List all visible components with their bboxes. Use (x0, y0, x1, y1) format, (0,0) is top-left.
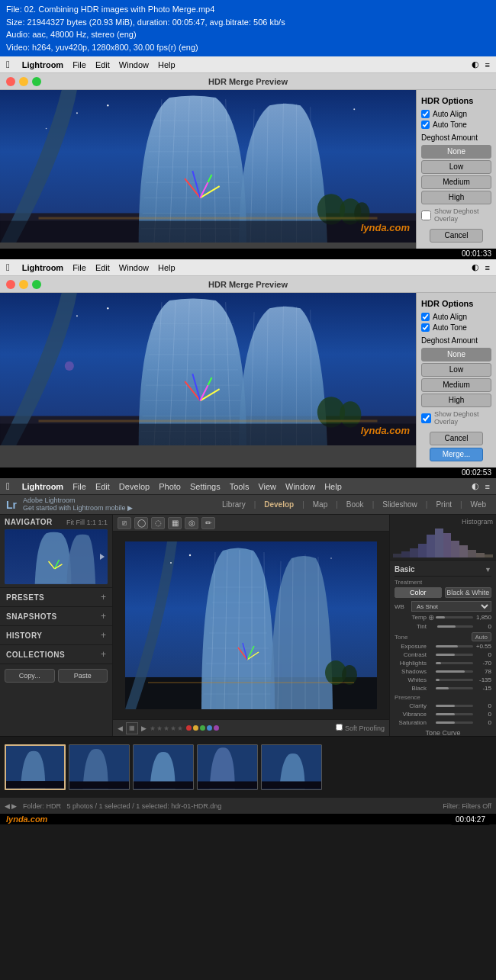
filmstrip-thumb-2[interactable] (69, 744, 130, 790)
filmstrip-thumb-1[interactable] (5, 744, 66, 790)
blacks-track[interactable] (436, 687, 473, 689)
edit-menu-3[interactable]: Edit (95, 482, 110, 491)
low-btn-1[interactable]: Low (421, 160, 491, 174)
tab-map[interactable]: Map (309, 499, 331, 510)
heal-tool-btn[interactable]: ◯ (134, 517, 148, 529)
view-menu-3[interactable]: View (258, 482, 276, 491)
apple-menu-1[interactable]:  (6, 59, 10, 70)
filmstrip-thumb-5[interactable] (261, 744, 322, 790)
soft-proofing-checkbox[interactable] (336, 724, 343, 731)
tab-print[interactable]: Print (432, 499, 456, 510)
status-next-btn[interactable]: ▶ (11, 802, 17, 810)
exposure-track[interactable] (436, 645, 473, 647)
copy-button[interactable]: Copy... (5, 669, 55, 683)
temp-slider-track[interactable] (436, 616, 473, 619)
snapshots-section[interactable]: Snapshots + (0, 607, 112, 626)
filmstrip-thumb-4[interactable] (197, 744, 258, 790)
window-menu-3[interactable]: Window (285, 482, 315, 491)
file-menu-2[interactable]: File (72, 263, 86, 272)
treatment-color-btn[interactable]: Color (395, 587, 442, 598)
search-icon-2[interactable]: ◐ (472, 262, 479, 272)
star-1[interactable]: ★ (150, 725, 156, 732)
maximize-btn-1[interactable] (32, 77, 41, 86)
photo-menu-3[interactable]: Photo (159, 482, 181, 491)
yellow-flag-dot[interactable] (193, 725, 198, 731)
lightroom-menu-2[interactable]: Lightroom (22, 263, 63, 272)
settings-menu-3[interactable]: Settings (190, 482, 221, 491)
minimize-btn-1[interactable] (19, 77, 28, 86)
auto-tone-btn[interactable]: Auto (472, 632, 491, 641)
auto-align-checkbox-2[interactable] (421, 313, 430, 321)
wb-select[interactable]: As Shot (411, 601, 491, 612)
search-icon-3[interactable]: ◐ (472, 481, 479, 491)
filmstrip-icon-btn[interactable]: ▦ (126, 722, 138, 734)
presets-section[interactable]: Presets + (0, 588, 112, 607)
edit-menu-1[interactable]: Edit (95, 60, 110, 69)
brush-tool-btn[interactable]: ✏ (201, 517, 215, 529)
soft-proofing-checkbox-area[interactable]: Soft Proofing (336, 724, 385, 732)
collections-section[interactable]: Collections + (0, 645, 112, 664)
cancel-btn-2[interactable]: Cancel (430, 432, 483, 445)
auto-tone-checkbox-1[interactable] (421, 120, 430, 129)
green-flag-dot[interactable] (200, 725, 205, 731)
high-btn-1[interactable]: High (421, 191, 491, 204)
star-5[interactable]: ★ (177, 725, 183, 732)
help-menu-2[interactable]: Help (158, 263, 176, 272)
close-btn-1[interactable] (6, 77, 15, 86)
tab-slideshow[interactable]: Slideshow (378, 499, 421, 510)
window-menu-1[interactable]: Window (119, 60, 149, 69)
show-overlay-checkbox-2[interactable] (421, 413, 431, 423)
star-3[interactable]: ★ (163, 725, 169, 732)
file-menu-3[interactable]: File (72, 482, 86, 491)
search-icon-1[interactable]: ◐ (472, 59, 479, 69)
star-2[interactable]: ★ (156, 725, 163, 732)
radial-tool-btn[interactable]: ◎ (185, 517, 198, 529)
window-menu-2[interactable]: Window (119, 263, 149, 272)
navigator-zoom[interactable]: Fit Fill 1:1 1:1 (66, 519, 108, 526)
purple-flag-dot[interactable] (214, 725, 219, 731)
merge-btn-2[interactable]: Merge... (430, 448, 483, 461)
gradient-tool-btn[interactable]: ▦ (168, 517, 182, 529)
lightroom-menu-3[interactable]: Lightroom (22, 482, 63, 491)
medium-btn-2[interactable]: Medium (421, 378, 491, 392)
treatment-bw-btn[interactable]: Black & White (445, 587, 492, 598)
file-menu-1[interactable]: File (72, 60, 86, 69)
lightroom-menu-1[interactable]: Lightroom (22, 60, 63, 69)
eyedropper-icon[interactable]: ⊕ (428, 613, 434, 622)
medium-btn-1[interactable]: Medium (421, 175, 491, 189)
star-4[interactable]: ★ (170, 725, 176, 732)
filmstrip-right-btn[interactable]: ▶ (141, 725, 147, 732)
get-started-label[interactable]: Get started with Lightroom mobile ▶ (23, 504, 133, 512)
clarity-track[interactable] (436, 705, 473, 707)
auto-align-checkbox-1[interactable] (421, 110, 430, 118)
status-prev-btn[interactable]: ◀ (5, 802, 10, 810)
auto-tone-checkbox-2[interactable] (421, 323, 430, 332)
saturation-track[interactable] (436, 721, 473, 724)
highlights-track[interactable] (436, 662, 473, 664)
paste-button[interactable]: Paste (58, 669, 108, 683)
apple-menu-2[interactable]:  (6, 262, 10, 273)
low-btn-2[interactable]: Low (421, 363, 491, 377)
crop-tool-btn[interactable]: ⎚ (118, 517, 131, 529)
apple-menu-3[interactable]:  (6, 480, 10, 492)
filmstrip-left-btn[interactable]: ◀ (118, 725, 123, 732)
cancel-btn-1[interactable]: Cancel (430, 229, 483, 243)
maximize-btn-2[interactable] (32, 280, 41, 289)
tab-library[interactable]: Library (218, 499, 250, 510)
help-menu-1[interactable]: Help (158, 60, 176, 69)
tab-web[interactable]: Web (467, 499, 490, 510)
tab-book[interactable]: Book (343, 499, 368, 510)
tab-develop[interactable]: Develop (260, 499, 298, 510)
shadows-track[interactable] (436, 670, 473, 673)
tools-menu-3[interactable]: Tools (230, 482, 250, 491)
vibrance-track[interactable] (436, 713, 473, 715)
redeye-tool-btn[interactable]: ◌ (151, 517, 165, 529)
high-btn-2[interactable]: High (421, 394, 491, 407)
tint-slider-track[interactable] (437, 625, 473, 628)
blue-flag-dot[interactable] (207, 725, 212, 731)
red-flag-dot[interactable] (186, 725, 192, 731)
contrast-track[interactable] (436, 654, 473, 656)
show-overlay-checkbox-1[interactable] (421, 210, 431, 220)
whites-track[interactable] (436, 679, 473, 681)
filmstrip-thumb-3[interactable] (133, 744, 194, 790)
